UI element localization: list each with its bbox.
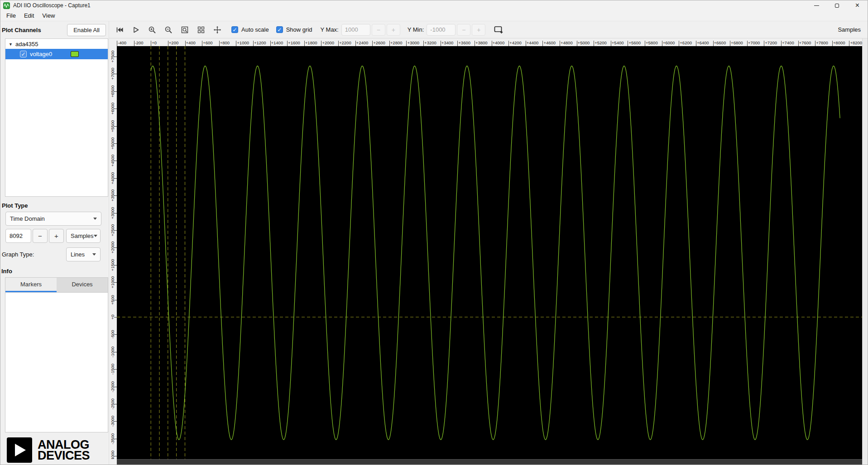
x-tick bbox=[185, 41, 186, 46]
graph-type-value: Lines bbox=[71, 251, 85, 258]
x-tick-label: +7800 bbox=[816, 40, 828, 45]
x-tick bbox=[219, 41, 220, 46]
tab-bar: Markers Devices bbox=[5, 277, 108, 292]
sample-count-row: − + Samples bbox=[5, 229, 109, 243]
device-name: ada4355 bbox=[15, 41, 38, 47]
channel-color-swatch[interactable] bbox=[71, 51, 79, 57]
menu-edit[interactable]: Edit bbox=[20, 11, 38, 20]
graph-type-dropdown[interactable]: Lines bbox=[66, 247, 101, 261]
x-tick-label: +5000 bbox=[578, 40, 590, 45]
new-plot-icon[interactable] bbox=[492, 24, 505, 36]
seek-start-icon[interactable] bbox=[113, 24, 126, 36]
vertical-scrollbar[interactable] bbox=[862, 38, 868, 465]
zoom-in-icon[interactable] bbox=[145, 24, 159, 36]
x-tick bbox=[389, 41, 390, 46]
y-max-increment-button[interactable]: + bbox=[387, 24, 400, 36]
grid-squares-icon[interactable] bbox=[194, 24, 208, 36]
plot-type-dropdown[interactable]: Time Domain bbox=[5, 212, 101, 226]
x-tick bbox=[696, 41, 696, 46]
channel-name: voltage0 bbox=[30, 51, 52, 57]
x-tick-label: +2600 bbox=[373, 40, 385, 45]
x-tick bbox=[730, 41, 730, 46]
x-tick-label: +2000 bbox=[322, 40, 334, 45]
x-tick-label: +2200 bbox=[339, 40, 351, 45]
y-max-label: Y Max: bbox=[321, 26, 339, 33]
x-tick bbox=[441, 41, 441, 46]
x-tick-label: +3000 bbox=[407, 40, 419, 45]
x-tick-label: +4400 bbox=[527, 40, 539, 45]
plot-canvas[interactable] bbox=[117, 46, 862, 459]
show-grid-label: Show grid bbox=[286, 26, 312, 33]
info-tabs: Markers Devices bbox=[5, 277, 108, 432]
graph-type-label: Graph Type: bbox=[2, 251, 34, 258]
x-tick bbox=[355, 41, 356, 46]
y-tick-label: +6500 bbox=[110, 85, 115, 97]
y-min-input[interactable] bbox=[427, 24, 456, 36]
show-grid-checkbox[interactable]: ✓ bbox=[276, 26, 283, 33]
close-button[interactable]: × bbox=[847, 0, 868, 10]
tab-markers[interactable]: Markers bbox=[5, 278, 57, 292]
channel-checkbox[interactable]: ✓ bbox=[20, 51, 27, 57]
chevron-down-icon bbox=[94, 235, 97, 237]
y-tick-label: -2500 bbox=[110, 399, 115, 409]
x-tick-label: +6400 bbox=[697, 40, 709, 45]
auto-scale-checkbox[interactable]: ✓ bbox=[231, 26, 238, 33]
move-icon[interactable] bbox=[211, 24, 224, 36]
zoom-out-icon[interactable] bbox=[162, 24, 175, 36]
x-tick bbox=[747, 41, 748, 46]
analog-devices-logo: ANALOG DEVICES bbox=[7, 437, 109, 463]
enable-all-button[interactable]: Enable All bbox=[67, 24, 106, 36]
x-tick bbox=[645, 41, 645, 46]
y-tick-label: +2000 bbox=[110, 242, 115, 254]
y-ruler: +7500+7000+6500+6000+5500+5000+4500+4000… bbox=[109, 46, 117, 459]
x-tick bbox=[338, 41, 339, 46]
y-tick-label: +1500 bbox=[110, 259, 115, 271]
y-tick-label: +5500 bbox=[110, 120, 115, 132]
sample-count-input[interactable] bbox=[5, 229, 31, 243]
menu-file[interactable]: File bbox=[2, 11, 20, 20]
maximize-button[interactable] bbox=[827, 0, 847, 10]
channel-tree: ▼ ada4355 ✓ voltage0 bbox=[5, 38, 108, 197]
x-tick-label: +5200 bbox=[595, 40, 607, 45]
x-tick-label: +3200 bbox=[424, 40, 436, 45]
horizontal-scrollbar[interactable] bbox=[117, 459, 862, 465]
plot-area: -400-200+0+200+400+600+800+1000+1200+140… bbox=[109, 38, 868, 465]
x-tick-label: +5400 bbox=[612, 40, 624, 45]
sample-count-decrement-button[interactable]: − bbox=[33, 229, 48, 243]
menu-view[interactable]: View bbox=[38, 11, 59, 20]
tab-devices[interactable]: Devices bbox=[57, 278, 108, 292]
x-tick-label: +3800 bbox=[475, 40, 488, 45]
device-row[interactable]: ▼ ada4355 bbox=[5, 39, 108, 49]
waveform-plot bbox=[117, 46, 862, 459]
maximize-icon bbox=[835, 4, 839, 8]
markers-panel bbox=[5, 292, 108, 432]
x-tick bbox=[457, 41, 458, 46]
x-tick-label: +1200 bbox=[254, 40, 266, 45]
y-min-increment-button[interactable]: + bbox=[472, 24, 485, 36]
minimize-button[interactable] bbox=[806, 0, 827, 10]
x-tick bbox=[321, 41, 321, 46]
zoom-fit-icon[interactable] bbox=[178, 24, 192, 36]
y-max-input[interactable] bbox=[341, 24, 370, 36]
chevron-down-icon bbox=[92, 253, 96, 256]
x-tick-label: +800 bbox=[220, 40, 230, 45]
sample-unit-dropdown[interactable]: Samples bbox=[66, 229, 101, 243]
x-tick-label: +3600 bbox=[458, 40, 470, 45]
y-tick-label: +500 bbox=[110, 295, 115, 304]
expander-icon[interactable]: ▼ bbox=[9, 42, 13, 47]
x-tick bbox=[849, 41, 849, 46]
x-tick-label: +4000 bbox=[493, 40, 505, 45]
y-max-decrement-button[interactable]: − bbox=[372, 24, 385, 36]
x-tick-label: +0 bbox=[152, 40, 157, 45]
close-icon: × bbox=[855, 2, 859, 9]
y-min-decrement-button[interactable]: − bbox=[457, 24, 470, 36]
y-tick-label: +4500 bbox=[110, 155, 115, 167]
x-tick bbox=[475, 41, 475, 46]
x-tick-label: +7200 bbox=[765, 40, 777, 45]
play-icon[interactable] bbox=[129, 24, 143, 36]
sample-count-increment-button[interactable]: + bbox=[49, 229, 64, 243]
channel-row[interactable]: ✓ voltage0 bbox=[5, 49, 108, 59]
x-tick-label: +1800 bbox=[305, 40, 317, 45]
y-tick-label: +3500 bbox=[110, 190, 115, 202]
x-tick-label: +6800 bbox=[731, 40, 743, 45]
